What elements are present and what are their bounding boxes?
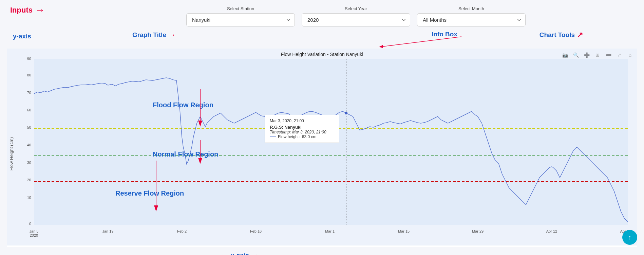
svg-text:0: 0 xyxy=(29,222,31,226)
svg-text:Jan 19: Jan 19 xyxy=(102,229,113,233)
reserve-flow-label: Reserve Flow Region xyxy=(115,189,184,197)
svg-text:Mar 1: Mar 1 xyxy=(325,229,335,233)
info-box-timestamp: Timestamp: Mar 3, 2020, 21:00 xyxy=(270,130,334,134)
inputs-label: Inputs → xyxy=(10,5,45,16)
normal-flow-label: Normal Flow Region xyxy=(153,150,218,158)
inputs-text: Inputs xyxy=(10,6,33,15)
info-box-station: R.G.S: Nanyuki xyxy=(270,125,334,130)
info-box-flow: Flow height: 63.0 cm xyxy=(270,134,334,139)
station-select[interactable]: Nanyuki Station B Station C xyxy=(186,13,295,26)
x-axis-label: x-axis xyxy=(231,252,249,255)
chart-tools: 📷 🔍 ➕ ⊞ ➖ ⤢ ⌂ xyxy=(561,51,634,59)
home-tool-button[interactable]: ⌂ xyxy=(626,51,634,59)
svg-text:80: 80 xyxy=(27,73,31,77)
select-group: Select Station Nanyuki Station B Station… xyxy=(78,6,634,26)
station-col: Select Station Nanyuki Station B Station… xyxy=(186,6,295,26)
month-col: Select Month All Months January February… xyxy=(417,6,526,26)
graph-title-annotation: Graph Title → xyxy=(132,31,176,39)
svg-text:Feb 2: Feb 2 xyxy=(177,229,187,233)
svg-text:Flow Height (cm): Flow Height (cm) xyxy=(9,137,14,170)
svg-text:2020: 2020 xyxy=(30,233,38,237)
fullscreen-tool-button[interactable]: ⤢ xyxy=(615,51,624,59)
timestamp-label: Timestamp: xyxy=(270,130,291,134)
x-axis-right-arrow: → xyxy=(252,251,259,255)
svg-text:Apr 12: Apr 12 xyxy=(546,229,557,233)
expand-h-tool-button[interactable]: ⊞ xyxy=(593,51,602,59)
svg-text:Jan 5: Jan 5 xyxy=(30,229,39,233)
info-box: Mar 3, 2020, 21:00 R.G.S: Nanyuki Timest… xyxy=(265,115,339,143)
annotation-top-bar: y-axis Graph Title → Info Box Chart Tool… xyxy=(7,30,637,49)
chart-wrapper: 📷 🔍 ➕ ⊞ ➖ ⤢ ⌂ 90 80 70 60 50 40 30 20 10 xyxy=(7,49,637,247)
svg-text:70: 70 xyxy=(27,91,31,95)
info-box-timestamp-header: Mar 3, 2020, 21:00 xyxy=(270,119,334,123)
flood-flow-label: Flood Flow Region xyxy=(153,101,213,109)
svg-text:50: 50 xyxy=(27,125,31,129)
year-select[interactable]: 2018 2019 2020 2021 xyxy=(302,13,410,26)
svg-line-0 xyxy=(380,37,461,47)
info-box-annotation: Info Box xyxy=(432,31,457,38)
year-label: Select Year xyxy=(345,6,367,11)
svg-text:Flow Height Variation - Statio: Flow Height Variation - Station Nanyuki xyxy=(281,52,363,57)
x-axis-left-arrow: ← xyxy=(221,251,228,255)
month-select[interactable]: All Months January February March April … xyxy=(417,13,526,26)
svg-point-29 xyxy=(345,112,347,114)
svg-text:90: 90 xyxy=(27,57,31,61)
svg-text:Mar 15: Mar 15 xyxy=(398,229,410,233)
svg-text:40: 40 xyxy=(27,143,31,147)
y-axis-annotation: y-axis xyxy=(13,33,31,40)
svg-text:Feb 16: Feb 16 xyxy=(250,229,262,233)
x-axis-annotation: ← x-axis → xyxy=(221,251,259,255)
x-axis-annotation-row: ← x-axis → xyxy=(7,247,637,255)
month-label: Select Month xyxy=(458,6,484,11)
header-row: Inputs → Select Station Nanyuki Station … xyxy=(0,0,644,30)
year-col: Select Year 2018 2019 2020 2021 xyxy=(302,6,410,26)
inputs-arrow: → xyxy=(35,5,45,16)
timestamp-value: Mar 3, 2020, 21:00 xyxy=(292,130,326,134)
svg-text:10: 10 xyxy=(27,196,31,200)
station-label: Select Station xyxy=(227,6,254,11)
chart-tools-annotation: Chart Tools ↗ xyxy=(539,31,583,39)
scroll-up-button[interactable]: ↑ xyxy=(622,230,637,245)
svg-text:Mar 29: Mar 29 xyxy=(472,229,484,233)
plus-tool-button[interactable]: ➕ xyxy=(582,51,591,59)
camera-tool-button[interactable]: 📷 xyxy=(561,51,569,59)
flow-line-icon xyxy=(270,136,276,137)
flow-label: Flow height: xyxy=(278,134,300,139)
svg-text:60: 60 xyxy=(27,108,31,112)
svg-text:20: 20 xyxy=(27,178,31,182)
graph-title-arrow: → xyxy=(168,31,176,39)
minus-tool-button[interactable]: ➖ xyxy=(604,51,613,59)
flow-value: 63.0 cm xyxy=(302,134,317,139)
svg-text:30: 30 xyxy=(27,161,31,165)
chart-tools-arrow: ↗ xyxy=(577,31,583,39)
zoom-tool-button[interactable]: 🔍 xyxy=(571,51,580,59)
scroll-up-icon: ↑ xyxy=(628,234,631,241)
chart-svg: 90 80 70 60 50 40 30 20 10 0 Flow Height… xyxy=(7,49,637,245)
